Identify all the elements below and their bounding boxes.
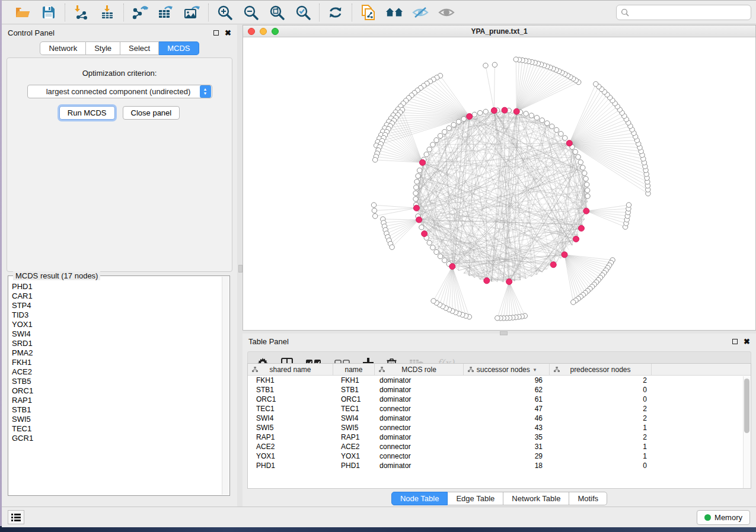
column-header-name[interactable]: name: [333, 364, 375, 375]
vertical-splitter[interactable]: [238, 25, 243, 507]
import-table-icon[interactable]: [98, 4, 116, 21]
duplicate-network-icon[interactable]: [359, 4, 377, 21]
mcds-result-item[interactable]: STB5: [12, 377, 221, 386]
cell: TEC1: [333, 405, 375, 413]
tab-select[interactable]: Select: [120, 41, 159, 55]
table-row[interactable]: RAP1RAP1dominator352: [248, 432, 751, 442]
close-panel-button[interactable]: Close panel: [123, 106, 180, 120]
cell: 61: [464, 395, 550, 403]
mcds-result-item[interactable]: ACE2: [12, 367, 221, 377]
table-row[interactable]: SWI4SWI4dominator462: [248, 414, 751, 423]
table-row[interactable]: FKH1FKH1dominator962: [248, 376, 751, 385]
mcds-result-item[interactable]: ORC1: [12, 386, 221, 396]
table-row[interactable]: ACE2ACE2connector311: [248, 442, 751, 451]
zoom-selected-icon[interactable]: [294, 4, 312, 21]
table-scrollbar[interactable]: [743, 376, 751, 488]
column-header-MCDS-role[interactable]: MCDS role: [375, 364, 464, 375]
zoom-fit-icon[interactable]: [268, 4, 286, 21]
mcds-result-item[interactable]: GCR1: [12, 434, 221, 443]
network-graph[interactable]: [243, 38, 755, 330]
cell: dominator: [375, 462, 464, 470]
mcds-result-item[interactable]: TID3: [12, 310, 221, 320]
table-scrollbar-thumb[interactable]: [744, 379, 749, 433]
table-row[interactable]: SWI5SWI5connector431: [248, 423, 751, 432]
mcds-result-scrollbar[interactable]: [222, 277, 229, 495]
tab-motifs[interactable]: Motifs: [569, 492, 607, 505]
close-table-panel-icon[interactable]: ✖: [744, 339, 750, 344]
cell: 2: [550, 433, 652, 441]
maximize-window-icon[interactable]: [272, 28, 279, 35]
mcds-result-item[interactable]: PMA2: [12, 348, 221, 358]
float-panel-icon[interactable]: [213, 30, 219, 36]
mcds-result-item[interactable]: CAR1: [12, 291, 221, 301]
mcds-result-item[interactable]: STP4: [12, 301, 221, 310]
memory-button[interactable]: Memory: [697, 510, 750, 525]
table-row[interactable]: PHD1PHD1dominator180: [248, 461, 751, 470]
tab-node-table[interactable]: Node Table: [391, 492, 448, 505]
table-row[interactable]: ORC1ORC1dominator610: [248, 395, 751, 404]
tab-network[interactable]: Network: [40, 41, 86, 55]
zoom-in-icon[interactable]: [216, 4, 234, 21]
mcds-result-item[interactable]: RAP1: [12, 396, 221, 405]
hide-selected-icon[interactable]: [412, 4, 429, 21]
column-header-predecessor-nodes[interactable]: predecessor nodes: [550, 364, 652, 375]
cell: SWI5: [333, 424, 375, 432]
mcds-result-item[interactable]: FKH1: [12, 358, 221, 367]
cell: 2: [550, 414, 652, 422]
table-row[interactable]: STB1STB1dominator620: [248, 385, 751, 395]
mcds-result-item[interactable]: SWI4: [12, 329, 221, 339]
hierarchy-icon: [554, 366, 560, 374]
network-canvas[interactable]: [243, 38, 755, 330]
minimize-window-icon[interactable]: [260, 28, 267, 35]
control-panel-tabs: NetworkStyleSelectMCDS: [2, 41, 237, 55]
cell: ACE2: [333, 443, 375, 451]
first-neighbors-icon[interactable]: [385, 4, 403, 21]
mcds-options-panel: Optimization criterion: largest connecte…: [7, 57, 232, 272]
cell: 31: [464, 443, 550, 451]
float-table-panel-icon[interactable]: [732, 339, 738, 344]
hierarchy-icon: [252, 366, 258, 374]
search-box[interactable]: [616, 5, 751, 20]
cell: STB1: [248, 386, 333, 394]
close-window-icon[interactable]: [248, 28, 255, 35]
column-header-successor-nodes[interactable]: successor nodes▾: [464, 364, 550, 375]
column-header-shared-name[interactable]: shared name: [248, 364, 333, 375]
criterion-dropdown[interactable]: largest connected component (undirected)…: [27, 85, 212, 98]
cell: FKH1: [248, 376, 333, 384]
tab-edge-table[interactable]: Edge Table: [448, 492, 503, 505]
mcds-result-item[interactable]: STB1: [12, 405, 221, 415]
task-history-button[interactable]: [8, 510, 24, 524]
control-panel: Control Panel ✖ NetworkStyleSelectMCDS O…: [2, 25, 237, 507]
import-network-icon[interactable]: [72, 4, 90, 21]
horizontal-splitter-grip[interactable]: [500, 331, 508, 335]
close-panel-icon[interactable]: ✖: [225, 30, 231, 36]
open-session-icon[interactable]: [14, 4, 31, 21]
tab-mcds[interactable]: MCDS: [159, 41, 199, 55]
refresh-layout-icon[interactable]: [327, 4, 344, 21]
cell: 0: [550, 462, 652, 470]
table-row[interactable]: YOX1YOX1connector291: [248, 451, 751, 461]
mcds-result-item[interactable]: PHD1: [12, 282, 221, 291]
cell: RAP1: [333, 433, 375, 441]
zoom-out-icon[interactable]: [242, 4, 260, 21]
table-body: FKH1FKH1dominator962STB1STB1dominator620…: [248, 376, 751, 470]
tab-style[interactable]: Style: [86, 41, 120, 55]
cell: ORC1: [333, 395, 375, 403]
export-image-icon[interactable]: [183, 4, 201, 21]
mcds-result-item[interactable]: TEC1: [12, 424, 221, 434]
export-table-icon[interactable]: [157, 4, 175, 21]
table-row[interactable]: TEC1TEC1connector472: [248, 404, 751, 414]
cell: SWI4: [248, 414, 333, 422]
tab-network-table[interactable]: Network Table: [503, 492, 569, 505]
cell: dominator: [375, 433, 464, 441]
search-input[interactable]: [632, 8, 747, 17]
mcds-result-item[interactable]: SRD1: [12, 339, 221, 348]
save-session-icon[interactable]: [40, 4, 58, 21]
run-mcds-button[interactable]: Run MCDS: [59, 106, 115, 120]
show-all-icon[interactable]: [438, 4, 455, 21]
export-network-icon[interactable]: [131, 4, 149, 21]
splitter-grip[interactable]: [238, 265, 243, 273]
network-view-titlebar[interactable]: YPA_prune.txt_1: [243, 25, 755, 37]
mcds-result-item[interactable]: YOX1: [12, 320, 221, 329]
mcds-result-item[interactable]: SWI5: [12, 415, 221, 424]
